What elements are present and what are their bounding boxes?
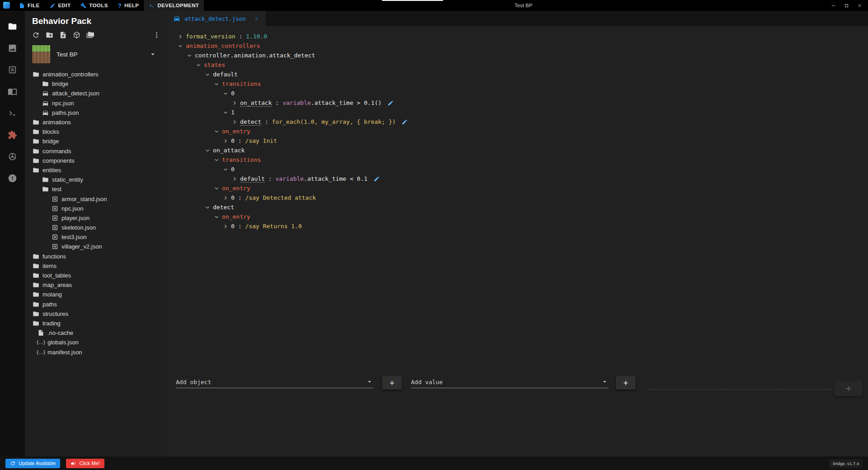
tree-item-bridge[interactable]: bridge xyxy=(25,136,167,146)
tree-item-structures[interactable]: structures xyxy=(25,309,167,319)
tree-item-map-areas[interactable]: map_areas xyxy=(25,280,167,290)
tree-item-commands[interactable]: commands xyxy=(25,146,167,156)
chevron-right-icon[interactable] xyxy=(231,175,238,183)
menu-edit[interactable]: EDIT xyxy=(45,0,76,11)
chevron-down-icon[interactable] xyxy=(204,147,211,154)
tree-item-attack-detect-json[interactable]: attack_detect.json xyxy=(25,89,167,98)
menu-tools[interactable]: TOOLS xyxy=(75,0,113,11)
chevron-down-icon[interactable] xyxy=(213,213,220,221)
json-node-on-entry[interactable]: on_entry xyxy=(167,183,868,193)
tree-item-molang[interactable]: molang xyxy=(25,290,167,299)
add-value-select[interactable]: Add value xyxy=(411,378,609,388)
tree-item-paths-json[interactable]: paths.json xyxy=(25,108,167,118)
tree-item-npc-json[interactable]: npc.json xyxy=(25,99,167,108)
json-node-transitions[interactable]: transitions xyxy=(167,79,868,89)
tree-item-npc-json[interactable]: npc.json xyxy=(25,204,167,213)
json-node-format-version[interactable]: format_version : 1.10.0 xyxy=(167,32,868,41)
tree-item-globals-json[interactable]: {..}globals.json xyxy=(25,338,167,347)
rail-documentation[interactable] xyxy=(0,80,25,102)
tree-item-test[interactable]: test xyxy=(25,184,167,194)
new-folder-button[interactable] xyxy=(46,31,53,39)
edit-pencil-icon[interactable] xyxy=(387,100,394,106)
chevron-down-icon[interactable] xyxy=(213,80,220,88)
tree-item-static-entity[interactable]: static_entity xyxy=(25,175,167,184)
tree-item-skeleton-json[interactable]: skeleton.json xyxy=(25,223,167,232)
close-button[interactable] xyxy=(853,0,866,11)
chevron-down-icon[interactable] xyxy=(213,185,220,192)
rail-plugins[interactable] xyxy=(0,124,25,146)
package-button[interactable] xyxy=(73,31,80,39)
chevron-right-icon[interactable] xyxy=(222,223,229,230)
chevron-down-icon[interactable] xyxy=(204,204,211,211)
tab-close-icon[interactable] xyxy=(254,16,259,22)
json-node-default[interactable]: default : variable.attack_time < 0.1 xyxy=(167,174,868,183)
tree-item-player-json[interactable]: player.json xyxy=(25,213,167,223)
json-node-0[interactable]: 0 : /say Returns 1.0 xyxy=(167,221,868,231)
chevron-right-icon[interactable] xyxy=(177,33,184,40)
update-available-button[interactable]: Update Available xyxy=(5,459,60,468)
minimize-button[interactable] xyxy=(827,0,840,11)
menu-development[interactable]: DEVELOPMENT xyxy=(144,0,204,11)
edit-pencil-icon[interactable] xyxy=(401,119,408,125)
json-node-0[interactable]: 0 : /say Detected attack xyxy=(167,193,868,202)
add-object-select[interactable]: Add object xyxy=(176,378,373,388)
tree-item-loot-tables[interactable]: loot_tables xyxy=(25,271,167,280)
json-node-detect[interactable]: detect : for_each(1.0, my_array, { break… xyxy=(167,117,868,127)
tree-item-trading[interactable]: trading xyxy=(25,319,167,328)
json-node-0[interactable]: 0 xyxy=(167,164,868,174)
add-value-button[interactable]: + xyxy=(616,376,636,390)
new-file-button[interactable] xyxy=(59,31,67,39)
rail-file-explorer[interactable] xyxy=(0,15,25,37)
chevron-down-icon[interactable] xyxy=(222,90,229,97)
chevron-right-icon[interactable] xyxy=(222,194,229,202)
chevron-down-icon[interactable] xyxy=(149,50,157,58)
json-node-states[interactable]: states xyxy=(167,60,868,70)
json-node-on-entry[interactable]: on_entry xyxy=(167,212,868,221)
chevron-down-icon[interactable] xyxy=(222,109,229,116)
json-node-on-attack[interactable]: on_attack : variable.attack_time > 0.1() xyxy=(167,98,868,108)
json-node-detect[interactable]: detect xyxy=(167,202,868,212)
rail-wheel[interactable] xyxy=(0,146,25,167)
maximize-button[interactable] xyxy=(840,0,853,11)
chevron-right-icon[interactable] xyxy=(222,137,229,145)
json-node-on-attack[interactable]: on_attack xyxy=(167,146,868,155)
edit-pencil-icon[interactable] xyxy=(373,176,380,182)
more-options-button[interactable] xyxy=(153,31,160,39)
tree-item-components[interactable]: components xyxy=(25,156,167,165)
rail-console[interactable] xyxy=(0,102,25,124)
tree-item-animation-controllers[interactable]: animation_controllers xyxy=(25,70,167,79)
tree-item-functions[interactable]: functions xyxy=(25,252,167,261)
json-node-0[interactable]: 0 : /say Init xyxy=(167,136,868,146)
tree-item-armor-stand-json[interactable]: armor_stand.json xyxy=(25,194,167,203)
chevron-down-icon[interactable] xyxy=(213,156,220,164)
json-node-transitions[interactable]: transitions xyxy=(167,155,868,164)
add-object-button[interactable]: + xyxy=(382,376,402,390)
tree-item-animations[interactable]: animations xyxy=(25,118,167,127)
refresh-button[interactable] xyxy=(32,31,40,39)
menu-help[interactable]: ?HELP xyxy=(113,0,144,11)
menu-file[interactable]: FILE xyxy=(14,0,45,11)
tree-item-bridge[interactable]: bridge xyxy=(25,79,167,89)
chevron-down-icon[interactable] xyxy=(213,128,220,135)
tab-attack-detect-json[interactable]: attack_detect.json xyxy=(167,11,266,26)
chevron-down-icon[interactable] xyxy=(177,42,184,50)
collapse-folders-button[interactable] xyxy=(86,31,94,39)
chevron-right-icon[interactable] xyxy=(231,118,238,126)
json-node-0[interactable]: 0 xyxy=(167,89,868,98)
json-node-controller-animation-attack-detect[interactable]: controller.animation.attack_detect xyxy=(167,51,868,60)
tree-item-villager-v2-json[interactable]: villager_v2.json xyxy=(25,242,167,251)
project-selector[interactable]: Test BP xyxy=(30,43,161,65)
chevron-down-icon[interactable] xyxy=(204,71,211,78)
rail-problems[interactable] xyxy=(0,167,25,189)
rail-textures[interactable] xyxy=(0,37,25,59)
tree-item-entities[interactable]: entities xyxy=(25,165,167,175)
tree-item-no-cache[interactable]: .no-cache xyxy=(25,328,167,338)
tree-item-manifest-json[interactable]: {..}manifest.json xyxy=(25,347,167,357)
chevron-down-icon[interactable] xyxy=(222,166,229,173)
tree-item-paths[interactable]: paths xyxy=(25,300,167,309)
rail-entities[interactable] xyxy=(0,59,25,80)
json-node-1[interactable]: 1 xyxy=(167,108,868,117)
chevron-down-icon[interactable] xyxy=(195,61,202,69)
json-node-default[interactable]: default xyxy=(167,70,868,79)
click-me-button[interactable]: Click Me! xyxy=(66,459,104,468)
